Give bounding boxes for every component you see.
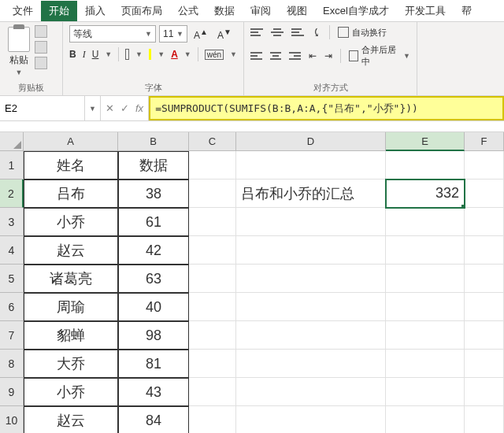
align-right-button[interactable] — [289, 52, 301, 60]
cell[interactable]: 98 — [118, 321, 189, 350]
menu-data[interactable]: 数据 — [206, 1, 243, 21]
cell[interactable] — [189, 151, 236, 179]
chevron-down-icon[interactable]: ▼ — [135, 50, 143, 58]
menu-formulas[interactable]: 公式 — [170, 1, 206, 21]
col-header-c[interactable]: C — [189, 132, 236, 151]
cell[interactable] — [465, 151, 504, 179]
cell[interactable] — [189, 406, 236, 433]
cell[interactable]: 姓名 — [24, 151, 118, 179]
chevron-down-icon[interactable]: ▼ — [158, 50, 165, 58]
cell[interactable]: 数据 — [118, 151, 189, 179]
cell[interactable]: 小乔 — [24, 208, 118, 236]
cell[interactable]: 63 — [118, 265, 189, 293]
align-center-button[interactable] — [270, 52, 282, 60]
fill-color-button[interactable] — [149, 49, 151, 60]
font-size-select[interactable]: 11▼ — [159, 25, 187, 43]
cell[interactable]: 小乔 — [24, 378, 118, 406]
menu-developer[interactable]: 开发工具 — [397, 1, 454, 21]
row-header[interactable]: 5 — [0, 265, 24, 293]
select-all-corner[interactable] — [0, 132, 24, 151]
menu-page-layout[interactable]: 页面布局 — [113, 1, 170, 21]
format-painter-icon[interactable] — [35, 57, 47, 69]
row-header[interactable]: 10 — [0, 406, 24, 433]
menu-home[interactable]: 开始 — [41, 1, 77, 21]
cell[interactable] — [189, 293, 236, 321]
font-color-button[interactable]: A — [171, 49, 178, 60]
cell[interactable] — [189, 236, 236, 265]
cell[interactable] — [189, 350, 236, 378]
cell[interactable] — [465, 378, 504, 406]
cell[interactable]: 赵云 — [24, 406, 118, 433]
col-header-f[interactable]: F — [465, 132, 504, 151]
col-header-e[interactable]: E — [386, 132, 465, 151]
cell[interactable] — [236, 236, 386, 265]
chevron-down-icon[interactable]: ▼ — [105, 50, 112, 58]
phonetic-guide-button[interactable]: wén — [205, 50, 224, 60]
cell[interactable] — [465, 265, 504, 293]
cell[interactable] — [236, 406, 386, 433]
row-header[interactable]: 4 — [0, 236, 24, 265]
selected-cell[interactable]: 332 — [386, 179, 465, 208]
align-left-button[interactable] — [250, 52, 262, 60]
underline-button[interactable]: U — [92, 49, 99, 60]
orientation-button[interactable]: ⤹ — [312, 26, 321, 39]
menu-view[interactable]: 视图 — [279, 1, 315, 21]
decrease-indent-button[interactable]: ⇤ — [309, 50, 317, 61]
cell[interactable] — [189, 321, 236, 350]
chevron-down-icon[interactable]: ▼ — [16, 68, 23, 76]
cell[interactable] — [386, 208, 465, 236]
cell[interactable]: 大乔 — [24, 350, 118, 378]
chevron-down-icon[interactable]: ▼ — [230, 50, 237, 58]
cell[interactable] — [189, 179, 236, 208]
cell[interactable] — [236, 293, 386, 321]
insert-function-button[interactable]: fx — [135, 102, 143, 114]
cut-icon[interactable] — [35, 25, 47, 38]
name-box-dropdown[interactable]: ▼ — [85, 96, 101, 120]
font-name-select[interactable]: 等线▼ — [69, 25, 156, 43]
cell[interactable] — [236, 265, 386, 293]
cell[interactable] — [386, 378, 465, 406]
cell[interactable] — [386, 265, 465, 293]
name-box[interactable] — [0, 96, 85, 120]
cell[interactable] — [386, 236, 465, 265]
cell[interactable]: 81 — [118, 350, 189, 378]
cell[interactable]: 38 — [118, 179, 189, 208]
formula-input[interactable]: =SUMPRODUCT(SUMIFS(B:B,A:A,{"吕布","小乔"})) — [149, 96, 504, 120]
menu-custom-excel[interactable]: Excel自学成才 — [315, 1, 397, 21]
menu-insert[interactable]: 插入 — [77, 1, 113, 21]
cell-reference-input[interactable] — [0, 96, 84, 120]
cell[interactable]: 40 — [118, 293, 189, 321]
row-header[interactable]: 2 — [0, 179, 24, 208]
chevron-down-icon[interactable]: ▼ — [184, 50, 191, 58]
cell[interactable]: 43 — [118, 378, 189, 406]
menu-review[interactable]: 审阅 — [243, 1, 279, 21]
col-header-a[interactable]: A — [24, 132, 118, 151]
cell[interactable] — [465, 208, 504, 236]
cell[interactable] — [465, 293, 504, 321]
align-top-button[interactable] — [250, 28, 263, 36]
cell[interactable] — [236, 350, 386, 378]
row-header[interactable]: 9 — [0, 378, 24, 406]
cell[interactable] — [236, 321, 386, 350]
cell[interactable] — [386, 321, 465, 350]
cell[interactable]: 赵云 — [24, 236, 118, 265]
bold-button[interactable]: B — [69, 49, 76, 60]
cell[interactable] — [386, 151, 465, 179]
cell[interactable] — [465, 236, 504, 265]
cell[interactable] — [465, 350, 504, 378]
row-header[interactable]: 6 — [0, 293, 24, 321]
cancel-formula-button[interactable]: ✕ — [106, 102, 114, 114]
increase-indent-button[interactable]: ⇥ — [324, 50, 332, 61]
italic-button[interactable]: I — [83, 49, 86, 61]
cell[interactable]: 61 — [118, 208, 189, 236]
borders-button[interactable] — [125, 49, 129, 60]
cell[interactable]: 吕布和小乔的汇总 — [236, 179, 386, 208]
increase-font-button[interactable]: A▲ — [191, 26, 211, 43]
row-header[interactable]: 8 — [0, 350, 24, 378]
cell[interactable] — [386, 406, 465, 433]
row-header[interactable]: 1 — [0, 151, 24, 179]
cell[interactable] — [236, 208, 386, 236]
cell[interactable]: 貂蝉 — [24, 321, 118, 350]
cell[interactable] — [465, 321, 504, 350]
cell[interactable] — [189, 378, 236, 406]
